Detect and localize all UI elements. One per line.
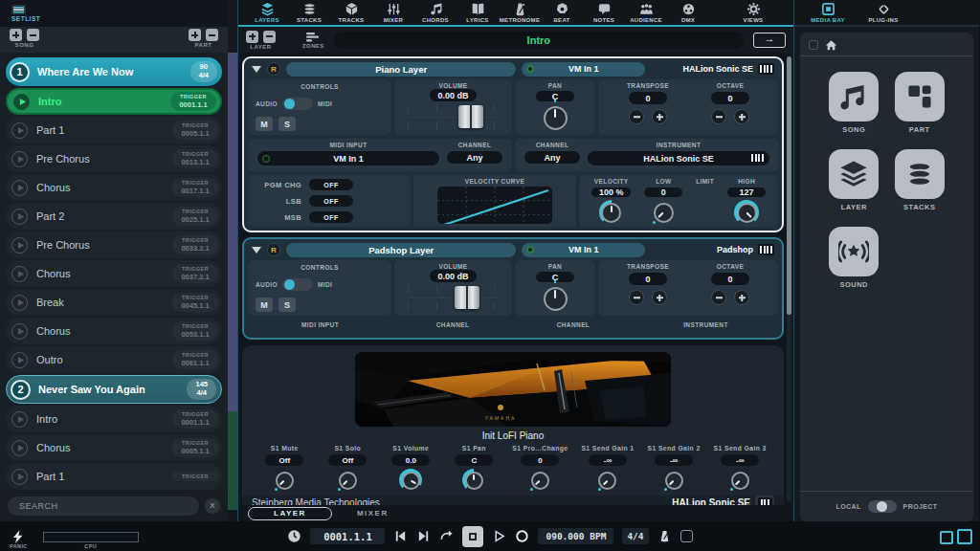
tab-mixer-bottom[interactable]: MIXER <box>357 509 389 518</box>
tab-plug-ins[interactable]: PLUG-INS <box>858 2 909 23</box>
media-part-button[interactable]: PART <box>887 72 953 134</box>
pgm-chg-toggle[interactable]: OFF <box>309 179 353 190</box>
part-row[interactable]: Pre Chorus TRIGGER0013.1.1 <box>6 145 222 172</box>
param-value[interactable]: Off <box>328 454 367 466</box>
play-part-icon[interactable] <box>11 237 28 253</box>
midi-input-pill[interactable]: VM In 1 <box>522 62 645 77</box>
midi-input-pill[interactable]: VM In 1 <box>522 243 645 257</box>
mute-button[interactable]: M <box>256 298 273 312</box>
play-part-icon[interactable] <box>11 209 28 225</box>
param-value[interactable]: 0 <box>521 454 559 466</box>
volume-value[interactable]: 0.00 dB <box>430 89 476 101</box>
next-part-button[interactable]: → <box>753 33 786 48</box>
transpose-minus-button[interactable] <box>629 290 644 305</box>
home-icon[interactable] <box>825 39 837 51</box>
filter-checkbox[interactable] <box>809 40 818 50</box>
record-button[interactable] <box>515 529 529 543</box>
stop-button[interactable] <box>462 526 483 547</box>
tab-metronome[interactable]: METRONOME <box>499 2 541 23</box>
volume-value[interactable]: 0.00 dB <box>430 270 476 282</box>
play-part-icon[interactable] <box>11 323 28 340</box>
instrument-selector[interactable]: Padshop <box>651 244 774 255</box>
record-arm-button[interactable]: R <box>267 62 280 76</box>
octave-plus-button[interactable] <box>734 290 749 305</box>
media-stacks-button[interactable]: STACKS <box>887 149 953 211</box>
low-limit-value[interactable]: 0 <box>644 187 682 197</box>
play-part-icon[interactable] <box>11 122 28 139</box>
pan-knob[interactable] <box>541 284 569 313</box>
record-arm-button[interactable]: R <box>267 243 280 256</box>
param-value[interactable]: -∞ <box>589 454 627 466</box>
audio-midi-toggle[interactable] <box>282 278 313 291</box>
search-input[interactable] <box>8 496 199 516</box>
play-part-icon[interactable] <box>11 151 28 167</box>
param-knob[interactable] <box>662 469 685 492</box>
play-part-icon[interactable] <box>11 411 28 428</box>
param-knob[interactable] <box>728 469 751 492</box>
add-part-button[interactable] <box>189 29 201 41</box>
play-part-icon[interactable] <box>11 266 28 282</box>
velocity-curve-plot[interactable] <box>437 187 552 224</box>
play-part-icon[interactable] <box>13 94 30 110</box>
param-knob[interactable] <box>596 469 619 492</box>
part-row[interactable]: Intro TRIGGER0001.1.1 <box>6 406 222 432</box>
piano-layer-panel[interactable]: R Piano Layer VM In 1 HALion Sonic SE CO… <box>242 56 784 232</box>
go-to-start-button[interactable] <box>393 529 408 543</box>
octave-plus-button[interactable] <box>734 109 749 124</box>
part-row-active[interactable]: Intro TRIGGER0001.1.1 <box>6 88 222 115</box>
media-song-button[interactable]: SONG <box>821 72 887 134</box>
instrument-selector[interactable]: HALion Sonic SE <box>651 63 774 75</box>
loop-button[interactable] <box>439 529 454 543</box>
part-row[interactable]: Part 1 TRIGGER <box>6 463 222 490</box>
octave-minus-button[interactable] <box>711 109 726 124</box>
audio-midi-toggle[interactable] <box>282 98 313 110</box>
add-layer-button[interactable] <box>246 31 258 43</box>
tab-audience[interactable]: AUDIENCE <box>625 2 667 23</box>
collapse-icon[interactable] <box>252 66 261 73</box>
part-row[interactable]: Chorus TRIGGER0037.2.1 <box>6 260 222 287</box>
transpose-value[interactable]: 0 <box>629 273 667 285</box>
go-to-end-button[interactable] <box>416 529 431 543</box>
clear-search-button[interactable]: X <box>205 498 220 514</box>
song-row[interactable]: 1 Where Are We Now 904/4 <box>6 57 222 86</box>
tab-chords[interactable]: CHORDS <box>414 2 457 23</box>
part-row[interactable]: Part 2 TRIGGER0025.1.1 <box>6 203 222 230</box>
param-value[interactable]: Off <box>265 454 303 466</box>
song-row[interactable]: 2 Never Saw You Again 1454/4 <box>6 375 222 404</box>
tab-lyrics[interactable]: LYRICS <box>457 2 499 23</box>
param-knob[interactable] <box>273 469 296 492</box>
param-value[interactable]: 0.0 <box>391 454 430 466</box>
add-song-button[interactable] <box>10 29 22 41</box>
velocity-value[interactable]: 100 % <box>591 187 632 197</box>
instrument-selector-pill[interactable]: HALion Sonic SE <box>588 151 769 165</box>
param-knob[interactable] <box>528 469 551 492</box>
instrument-channel-selector[interactable]: Any <box>524 151 580 164</box>
mute-button[interactable]: M <box>256 117 273 131</box>
main-scrollbar[interactable] <box>787 56 791 501</box>
part-row[interactable]: Chorus TRIGGER0017.1.1 <box>6 174 222 201</box>
param-knob[interactable] <box>399 469 422 492</box>
high-limit-value[interactable]: 127 <box>727 187 766 197</box>
play-part-icon[interactable] <box>11 180 28 196</box>
main-window-button[interactable] <box>957 529 972 544</box>
padshop-layer-panel[interactable]: R Padshop Layer VM In 1 Padshop CONTROLS… <box>242 237 784 340</box>
volume-slider-handle[interactable] <box>455 286 479 309</box>
layer-name[interactable]: Padshop Layer <box>286 243 516 257</box>
secondary-window-button[interactable] <box>940 531 953 544</box>
layer-name[interactable]: Piano Layer <box>286 62 516 77</box>
low-limit-knob[interactable] <box>651 200 676 225</box>
tab-dmx[interactable]: DMX <box>667 2 709 23</box>
transpose-plus-button[interactable] <box>652 109 667 124</box>
panic-button[interactable]: PANIC <box>10 530 28 549</box>
transpose-value[interactable]: 0 <box>629 92 667 104</box>
part-row[interactable]: Break TRIGGER0045.1.1 <box>6 289 222 316</box>
solo-button[interactable]: S <box>278 117 296 131</box>
tab-layer[interactable]: LAYER <box>248 507 332 520</box>
local-project-toggle[interactable] <box>868 500 897 513</box>
lsb-toggle[interactable]: OFF <box>309 195 353 207</box>
midi-channel-selector[interactable]: Any <box>447 151 502 164</box>
octave-minus-button[interactable] <box>711 290 726 305</box>
part-row[interactable]: Pre Chorus TRIGGER0033.2.1 <box>6 231 222 258</box>
transpose-plus-button[interactable] <box>652 290 667 305</box>
part-row[interactable]: Outro TRIGGER0061.1.1 <box>6 346 222 373</box>
